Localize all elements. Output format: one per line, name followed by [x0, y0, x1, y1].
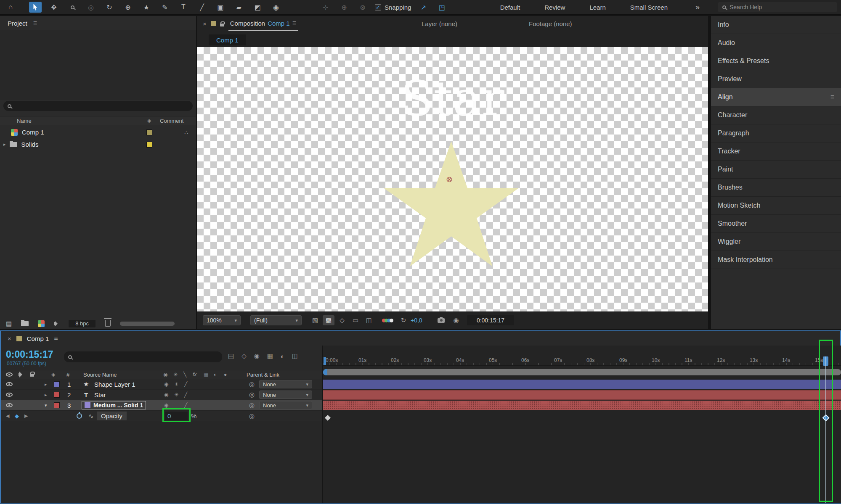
timeline-tab-label[interactable]: Comp 1	[27, 335, 49, 342]
quality-column-icon[interactable]: ╲	[183, 372, 186, 377]
puppet-pin-tool-button[interactable]: ◉	[270, 2, 282, 13]
star-shape-layer[interactable]	[382, 141, 520, 272]
panel-tab-motion-sketch[interactable]: Motion Sketch	[711, 197, 841, 215]
layer-row-3[interactable]: ▾ 3 Medium ... Solid 1 ◉ ╱ ◎ None▾	[1, 400, 322, 411]
frame-blend-column-icon[interactable]: ▦	[204, 372, 208, 377]
project-row-solids[interactable]: ▸ Solids	[0, 138, 196, 150]
project-col-name[interactable]: Name	[17, 118, 32, 124]
hand-tool-button[interactable]: ✥	[48, 2, 60, 13]
workspace-learn[interactable]: Learn	[589, 4, 605, 11]
panel-tab-paragraph[interactable]: Paragraph	[711, 124, 841, 142]
viewer-timecode[interactable]: 0:00:15:17	[467, 315, 514, 325]
quality-switch-icon[interactable]: ╱	[184, 402, 187, 408]
next-keyframe-icon[interactable]: ▶	[24, 413, 28, 419]
disclosure-triangle-icon[interactable]: ▸	[3, 142, 6, 147]
close-tab-icon[interactable]: ×	[203, 20, 207, 27]
clone-stamp-tool-button[interactable]: ▣	[214, 2, 227, 13]
lock-icon[interactable]	[220, 24, 224, 26]
panel-tab-brushes[interactable]: Brushes	[711, 179, 841, 197]
quality-switch-icon[interactable]: ╱	[184, 392, 187, 398]
grid-guides-icon[interactable]: ▧	[309, 315, 321, 325]
parent-pickwhip-icon[interactable]: ◎	[249, 391, 255, 398]
label-column-icon[interactable]: ◈	[51, 372, 55, 377]
timeline-panel-menu-icon[interactable]: ≡	[54, 335, 58, 342]
collapse-column-icon[interactable]: ☀	[173, 372, 178, 377]
label-color-swatch[interactable]	[146, 142, 152, 148]
project-item-name[interactable]: Comp 1	[22, 129, 44, 136]
tab-layer[interactable]: Layer (none)	[422, 20, 457, 27]
workspace-review[interactable]: Review	[544, 4, 565, 11]
panel-tab-tracker[interactable]: Tracker	[711, 142, 841, 161]
shy-switch-icon[interactable]: ◉	[164, 381, 168, 387]
label-color-swatch[interactable]	[146, 129, 152, 135]
layer-name[interactable]: Medium ... Solid 1	[93, 402, 143, 409]
video-column-icon[interactable]	[6, 372, 13, 377]
timeline-search-input[interactable]	[75, 354, 210, 360]
project-search[interactable]	[3, 101, 193, 111]
project-panel-menu-icon[interactable]: ≡	[33, 19, 37, 27]
show-channel-icon[interactable]	[383, 319, 393, 322]
list-view-icon[interactable]: ▤	[6, 320, 12, 327]
panel-tab-audio[interactable]: Audio	[711, 34, 841, 52]
pan-behind-tool-button[interactable]: ⊕	[122, 2, 134, 13]
eraser-tool-button[interactable]: ▰	[233, 2, 245, 13]
time-ruler[interactable]: 0:00s 01s 02s 03s 04s 05s 06s 07s 08s 09…	[323, 356, 841, 366]
parent-pickwhip-icon[interactable]: ◎	[249, 412, 255, 420]
panel-tab-mask-interpolation[interactable]: Mask Interpolation	[711, 251, 841, 269]
frame-blending-icon[interactable]: ▦	[267, 352, 273, 360]
project-row-comp[interactable]: Comp 1 ∴	[0, 126, 196, 138]
project-col-comment[interactable]: Comment	[160, 118, 183, 124]
graph-editor-icon[interactable]: ◫	[292, 352, 298, 360]
disclosure-triangle-icon[interactable]: ▾	[45, 403, 47, 408]
interpret-footage-icon[interactable]	[54, 322, 56, 325]
property-name[interactable]: Opacity	[97, 412, 127, 420]
mask-visibility-icon[interactable]: ◇	[336, 315, 348, 325]
workspace-default[interactable]: Default	[500, 4, 520, 11]
viewer-panel-menu-icon[interactable]: ≡	[292, 19, 296, 27]
parent-link-column[interactable]: Parent & Link	[247, 372, 279, 378]
motion-blur-column-icon[interactable]: ◐	[214, 372, 217, 377]
timeline-timecode[interactable]: 0:00:15:17	[6, 349, 53, 360]
parent-dropdown[interactable]: None▾	[259, 401, 312, 409]
audio-column-icon[interactable]	[19, 373, 21, 376]
layer-color-chip[interactable]	[54, 392, 60, 398]
tab-footage[interactable]: Footage (none)	[529, 20, 572, 27]
adjustment-column-icon[interactable]: ●	[224, 372, 227, 377]
draft-3d-icon[interactable]: ◇	[241, 352, 247, 360]
panel-tab-character[interactable]: Character	[711, 106, 841, 124]
transparency-grid-icon[interactable]: ▩	[323, 315, 334, 325]
stopwatch-icon[interactable]	[77, 413, 82, 419]
collapse-switch-icon[interactable]: ☀	[174, 392, 179, 398]
layer-bar-solid[interactable]	[323, 401, 841, 410]
resolution-dropdown[interactable]: (Full)▾	[250, 315, 302, 325]
panel-tab-wiggler[interactable]: Wiggler	[711, 233, 841, 251]
new-folder-icon[interactable]	[21, 321, 29, 326]
shy-switch-icon[interactable]: ◉	[164, 402, 168, 408]
workspace-overflow-chevron[interactable]: »	[695, 3, 700, 12]
eye-icon[interactable]	[6, 382, 13, 386]
snapshot-camera-icon[interactable]	[438, 318, 445, 323]
guide-overlay-icon[interactable]: ◫	[363, 315, 375, 325]
disclosure-triangle-icon[interactable]: ▸	[45, 392, 47, 398]
home-button[interactable]: ⌂	[4, 2, 17, 13]
roto-brush-tool-button[interactable]: ◩	[251, 2, 264, 13]
disclosure-triangle-icon[interactable]: ▸	[45, 382, 47, 387]
comp-start-marker[interactable]	[324, 357, 326, 365]
type-tool-button[interactable]: T	[177, 2, 190, 13]
shy-column-icon[interactable]: ◉	[163, 372, 167, 377]
panel-tab-paint[interactable]: Paint	[711, 161, 841, 179]
align-panel-menu-icon[interactable]: ≡	[830, 93, 834, 101]
zoom-dropdown[interactable]: 100%▾	[203, 315, 241, 325]
project-scrollbar[interactable]	[120, 322, 175, 326]
show-snapshot-icon[interactable]: ◉	[450, 315, 462, 325]
rotation-tool-button[interactable]: ↻	[103, 2, 116, 13]
bit-depth-badge[interactable]: 8 bpc	[69, 320, 96, 327]
layer-color-chip[interactable]	[54, 381, 60, 387]
panel-tab-align[interactable]: Align ≡	[711, 88, 841, 106]
add-keyframe-icon[interactable]: ◆	[15, 413, 19, 419]
snapping-checkbox[interactable]: ✓	[375, 4, 381, 11]
orbit-camera-tool-button[interactable]: ◎	[85, 2, 97, 13]
lock-column-icon[interactable]	[30, 374, 34, 377]
close-tab-icon[interactable]: ×	[8, 335, 11, 342]
parent-pickwhip-icon[interactable]: ◎	[249, 401, 255, 409]
